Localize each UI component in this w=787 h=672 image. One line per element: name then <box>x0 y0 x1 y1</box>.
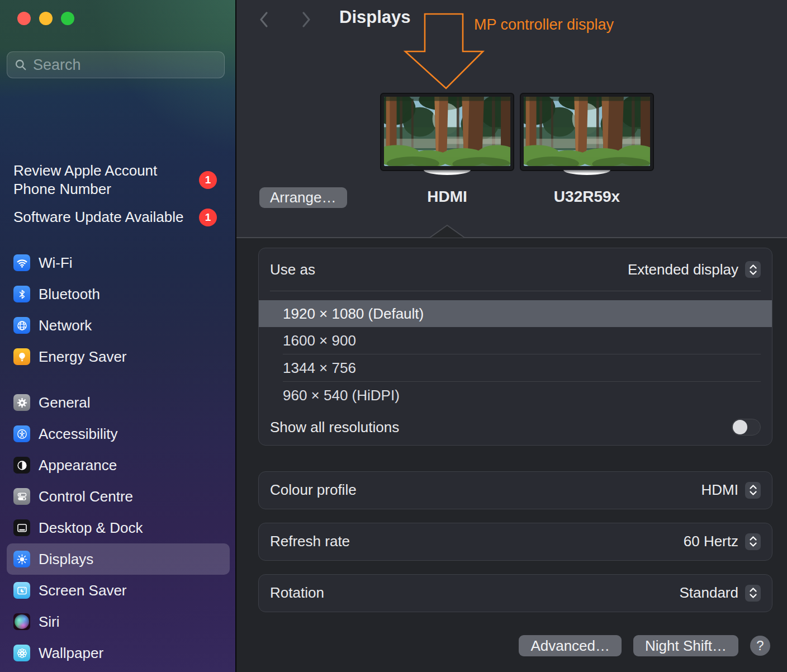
display-picker-area: Displays MP controller display HDMIU32R5… <box>236 0 787 238</box>
use-as-row: Use as Extended display <box>259 248 772 291</box>
sidebar-item-label: Screen Saver <box>39 582 127 599</box>
annotation-label: MP controller display <box>474 16 614 34</box>
siri-icon <box>13 613 30 630</box>
setting-row: RotationStandard <box>259 575 772 611</box>
bluetooth-icon <box>13 286 30 302</box>
resolution-option-1344-756[interactable]: 1344 × 756 <box>259 354 772 381</box>
desktop-dock-icon <box>13 519 30 536</box>
setting-box-refresh-rate: Refresh rate60 Hertz <box>258 523 772 561</box>
sidebar-item-wallpaper[interactable]: Wallpaper <box>7 637 230 669</box>
help-button[interactable]: ? <box>750 636 770 656</box>
notification-badge: 1 <box>199 171 217 189</box>
toggle-knob <box>733 420 747 434</box>
wifi-icon <box>13 254 30 271</box>
close-button[interactable] <box>17 12 31 25</box>
gear-icon <box>13 394 30 411</box>
display-name: U32R59x <box>520 188 654 206</box>
monitor-stand <box>563 170 610 175</box>
globe-icon <box>13 317 30 334</box>
show-all-resolutions-row: Show all resolutions <box>259 409 772 446</box>
setting-row: Colour profileHDMI <box>259 472 772 508</box>
resolution-section: Use as Extended display 1920 × 1080 (Def… <box>258 248 772 446</box>
display-thumbnail-u32r59x[interactable] <box>520 93 654 171</box>
display-thumbnail-hdmi[interactable] <box>380 93 514 171</box>
setting-stepper[interactable] <box>745 585 761 602</box>
display-sun-icon <box>13 551 30 567</box>
zoom-button[interactable] <box>61 12 74 25</box>
control-centre-icon <box>13 488 30 505</box>
sidebar-item-label: General <box>39 394 91 411</box>
sidebar-item-wi-fi[interactable]: Wi-Fi <box>7 247 230 278</box>
arrange-button[interactable]: Arrange… <box>259 187 347 208</box>
screensaver-icon <box>13 582 30 599</box>
show-all-resolutions-toggle[interactable] <box>732 419 761 436</box>
notification-badge: 1 <box>199 209 217 226</box>
sidebar-item-appearance[interactable]: Appearance <box>7 449 230 481</box>
setting-value: Standard <box>679 584 738 602</box>
flower-icon <box>13 645 30 661</box>
alert-label: Review Apple Account Phone Number <box>13 162 199 198</box>
setting-label: Rotation <box>270 584 679 602</box>
alert-label: Software Update Available <box>13 208 199 226</box>
setting-stepper[interactable] <box>745 533 761 550</box>
back-button[interactable] <box>254 9 274 30</box>
sidebar-item-label: Displays <box>39 551 93 568</box>
sidebar: Search Review Apple Account Phone Number… <box>0 0 235 672</box>
sidebar-item-network[interactable]: Network <box>7 310 230 341</box>
use-as-label: Use as <box>270 261 628 278</box>
sidebar-item-label: Siri <box>39 613 60 631</box>
window-controls <box>17 12 74 25</box>
displays-pane: Displays MP controller display HDMIU32R5… <box>236 0 787 672</box>
sidebar-alert-review-apple-account-phone-number[interactable]: Review Apple Account Phone Number1 <box>13 162 217 198</box>
lightbulb-icon <box>13 348 30 365</box>
sidebar-item-bluetooth[interactable]: Bluetooth <box>7 278 230 310</box>
sidebar-item-general[interactable]: General <box>7 387 230 418</box>
setting-label: Colour profile <box>270 481 701 499</box>
setting-stepper[interactable] <box>745 482 761 499</box>
sidebar-item-desktop-dock[interactable]: Desktop & Dock <box>7 512 230 543</box>
sidebar-item-control-centre[interactable]: Control Centre <box>7 481 230 512</box>
sidebar-alert-software-update-available[interactable]: Software Update Available1 <box>13 208 217 226</box>
use-as-stepper[interactable] <box>745 261 761 278</box>
sidebar-item-label: Desktop & Dock <box>39 519 143 537</box>
sidebar-alerts: Review Apple Account Phone Number1Softwa… <box>13 162 217 236</box>
footer: Advanced…Night Shift…? <box>519 635 770 656</box>
monitor-stand <box>424 170 471 175</box>
appearance-icon <box>13 457 30 474</box>
resolution-option-1920-1080-default[interactable]: 1920 × 1080 (Default) <box>259 300 772 327</box>
sidebar-item-screen-saver[interactable]: Screen Saver <box>7 575 230 606</box>
setting-label: Refresh rate <box>270 533 684 550</box>
search-input[interactable]: Search <box>7 51 225 78</box>
sidebar-item-label: Wi-Fi <box>39 254 73 272</box>
setting-box-rotation: RotationStandard <box>258 574 772 612</box>
accessibility-icon <box>13 425 30 442</box>
sidebar-item-label: Accessibility <box>39 425 118 443</box>
sidebar-item-displays[interactable]: Displays <box>7 543 230 575</box>
sidebar-item-label: Control Centre <box>39 488 133 505</box>
setting-box-colour-profile: Colour profileHDMI <box>258 471 772 509</box>
sidebar-item-label: Wallpaper <box>39 645 103 662</box>
advanced-button[interactable]: Advanced… <box>519 635 622 656</box>
show-all-resolutions-label: Show all resolutions <box>270 419 732 436</box>
sidebar-item-energy-saver[interactable]: Energy Saver <box>7 341 230 372</box>
setting-value: 60 Hertz <box>684 533 738 550</box>
resolution-option-1600-900[interactable]: 1600 × 900 <box>259 327 772 354</box>
sidebar-item-label: Bluetooth <box>39 286 100 303</box>
display-name: HDMI <box>380 188 514 206</box>
sidebar-item-label: Network <box>39 317 92 334</box>
sidebar-group: Wi-FiBluetoothNetworkEnergy Saver <box>7 247 230 372</box>
sidebar-item-siri[interactable]: Siri <box>7 606 230 637</box>
minimize-button[interactable] <box>39 12 53 25</box>
setting-row: Refresh rate60 Hertz <box>259 523 772 560</box>
display-wallpaper <box>524 97 650 166</box>
setting-value: HDMI <box>701 481 738 499</box>
night-shift-button[interactable]: Night Shift… <box>633 635 738 656</box>
search-icon <box>14 58 27 72</box>
sidebar-item-label: Energy Saver <box>39 348 127 366</box>
forward-button[interactable] <box>296 9 316 30</box>
search-placeholder: Search <box>33 56 81 74</box>
selected-display-pointer <box>429 224 465 238</box>
sidebar-item-accessibility[interactable]: Accessibility <box>7 418 230 449</box>
resolution-option-960-540-hidpi[interactable]: 960 × 540 (HiDPI) <box>259 382 772 409</box>
sidebar-item-label: Appearance <box>39 457 117 474</box>
